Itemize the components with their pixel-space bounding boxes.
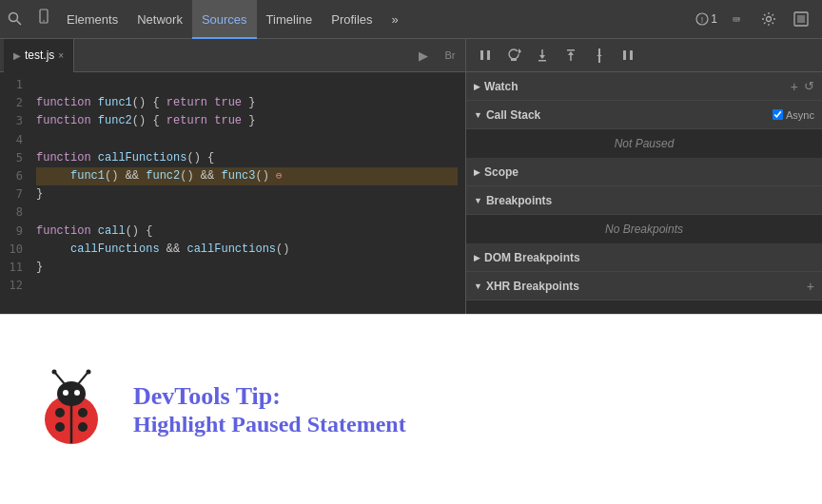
- svg-point-24: [55, 408, 65, 417]
- tab-elements[interactable]: Elements: [57, 0, 127, 39]
- tab-timeline[interactable]: Timeline: [257, 0, 323, 39]
- watch-actions: + ↺: [791, 79, 814, 94]
- svg-rect-15: [538, 60, 546, 62]
- tab-network[interactable]: Network: [127, 0, 192, 39]
- svg-rect-9: [480, 50, 483, 60]
- deactivate-button[interactable]: |: [588, 44, 611, 67]
- svg-point-27: [78, 422, 88, 432]
- editor-tab-testjs[interactable]: ▶ test.js ×: [4, 39, 74, 72]
- breakpoints-section-header[interactable]: ▼ Breakpoints: [466, 186, 822, 215]
- breakpoints-status: No Breakpoints: [605, 223, 683, 236]
- svg-line-28: [55, 373, 65, 384]
- undock-icon: [793, 11, 809, 27]
- svg-point-33: [74, 390, 80, 396]
- editor-tab-close[interactable]: ×: [58, 50, 64, 61]
- editor-body: 1 2 3 4 5 6 7 8 9 10 11 12 function func…: [0, 72, 465, 314]
- async-checkbox[interactable]: Async: [773, 109, 814, 121]
- watch-refresh-button[interactable]: ↺: [804, 79, 814, 94]
- scope-section-header[interactable]: ▶ Scope: [466, 158, 822, 186]
- tab-run-icon: ▶: [13, 50, 21, 61]
- error-icon: !: [695, 12, 709, 26]
- watch-arrow: ▶: [474, 82, 480, 91]
- more-tabs-button[interactable]: »: [382, 0, 408, 39]
- xhr-title: XHR Breakpoints: [486, 280, 807, 293]
- devtools-body: ▶ test.js × ▶ Br 1 2 3 4 5 6 7 8 9 10 11: [0, 39, 822, 314]
- svg-point-25: [78, 408, 88, 417]
- pause-exception-icon: [621, 48, 635, 62]
- svg-rect-18: [567, 49, 575, 51]
- svg-line-30: [78, 373, 88, 384]
- tip-section: DevTools Tip: Highlight Paused Statement: [0, 314, 822, 504]
- callstack-arrow: ▼: [474, 110, 482, 120]
- svg-rect-20: [630, 50, 633, 60]
- svg-point-26: [55, 422, 65, 432]
- settings-button[interactable]: [755, 6, 782, 32]
- mobile-device-icon: [36, 9, 51, 24]
- error-badge[interactable]: ! 1: [695, 12, 717, 26]
- svg-marker-11: [519, 48, 521, 54]
- editor-tab-label: test.js: [25, 48, 54, 62]
- toolbar-right: ! 1 ⌨: [695, 6, 822, 32]
- callstack-section-header[interactable]: ▼ Call Stack Async: [466, 101, 822, 129]
- svg-rect-12: [511, 58, 517, 61]
- step-out-button[interactable]: [559, 44, 582, 67]
- svg-line-1: [17, 21, 22, 26]
- play-button[interactable]: ▶: [412, 44, 435, 67]
- scope-arrow: ▶: [474, 167, 480, 177]
- breakpoints-arrow: ▼: [474, 196, 482, 205]
- editor-panel: ▶ test.js × ▶ Br 1 2 3 4 5 6 7 8 9 10 11: [0, 39, 466, 314]
- watch-add-button[interactable]: +: [791, 79, 798, 94]
- svg-text:!: !: [701, 15, 704, 25]
- dom-breakpoints-title: DOM Breakpoints: [484, 251, 814, 264]
- tip-text: DevTools Tip: Highlight Paused Statement: [133, 381, 406, 438]
- svg-point-29: [52, 369, 57, 374]
- breakpoints-title: Breakpoints: [486, 194, 814, 207]
- devtools-toolbar: Elements Network Sources Timeline Profil…: [0, 0, 822, 39]
- error-count: 1: [711, 12, 717, 26]
- tip-title: DevTools Tip:: [133, 381, 406, 411]
- ladybug-icon: [29, 367, 114, 453]
- svg-marker-17: [568, 51, 574, 55]
- svg-rect-8: [797, 15, 805, 23]
- breakpoint-button[interactable]: Br: [439, 44, 461, 67]
- debug-toolbar: |: [466, 39, 822, 72]
- svg-rect-10: [487, 50, 490, 60]
- dom-breakpoints-section-header[interactable]: ▶ DOM Breakpoints: [466, 243, 822, 272]
- tab-sources[interactable]: Sources: [192, 0, 257, 39]
- svg-point-6: [767, 17, 772, 22]
- editor-tabs: ▶ test.js × ▶ Br: [0, 39, 465, 72]
- line-numbers: 1 2 3 4 5 6 7 8 9 10 11 12: [0, 72, 29, 314]
- undock-button[interactable]: [788, 6, 814, 32]
- step-out-icon: [564, 48, 577, 62]
- svg-point-32: [63, 390, 68, 396]
- dom-breakpoints-arrow: ▶: [474, 253, 480, 262]
- xhr-breakpoints-section-header[interactable]: ▼ XHR Breakpoints +: [466, 272, 822, 300]
- callstack-content: Not Paused: [466, 129, 822, 158]
- tab-profiles[interactable]: Profiles: [322, 0, 382, 39]
- pause-icon: [479, 48, 492, 62]
- debugger-panel: | ▶ Watch + ↺ ▼ Call Stack Async: [466, 39, 822, 314]
- search-icon: [8, 11, 23, 27]
- tip-subtitle: Highlight Paused Statement: [133, 411, 406, 438]
- search-button[interactable]: [0, 11, 30, 27]
- pause-button[interactable]: [474, 44, 497, 67]
- mobile-icon[interactable]: [30, 0, 57, 39]
- svg-point-3: [43, 20, 45, 22]
- svg-rect-19: [623, 50, 626, 60]
- svg-point-0: [10, 13, 18, 22]
- xhr-add-button[interactable]: +: [807, 279, 814, 294]
- watch-title: Watch: [484, 80, 791, 93]
- pause-on-exception-button[interactable]: [616, 44, 639, 67]
- breakpoints-content: No Breakpoints: [466, 215, 822, 243]
- watch-section-header[interactable]: ▶ Watch + ↺: [466, 72, 822, 101]
- svg-point-31: [87, 369, 91, 374]
- code-editor[interactable]: function func1() { return true }function…: [29, 72, 465, 314]
- step-over-button[interactable]: [502, 44, 525, 67]
- console-icon: ⌨: [733, 12, 740, 27]
- callstack-title: Call Stack: [486, 108, 773, 122]
- async-toggle[interactable]: [773, 109, 783, 120]
- console-button[interactable]: ⌨: [723, 6, 750, 32]
- step-into-button[interactable]: [531, 44, 554, 67]
- callstack-status: Not Paused: [615, 137, 675, 150]
- scope-title: Scope: [484, 165, 814, 179]
